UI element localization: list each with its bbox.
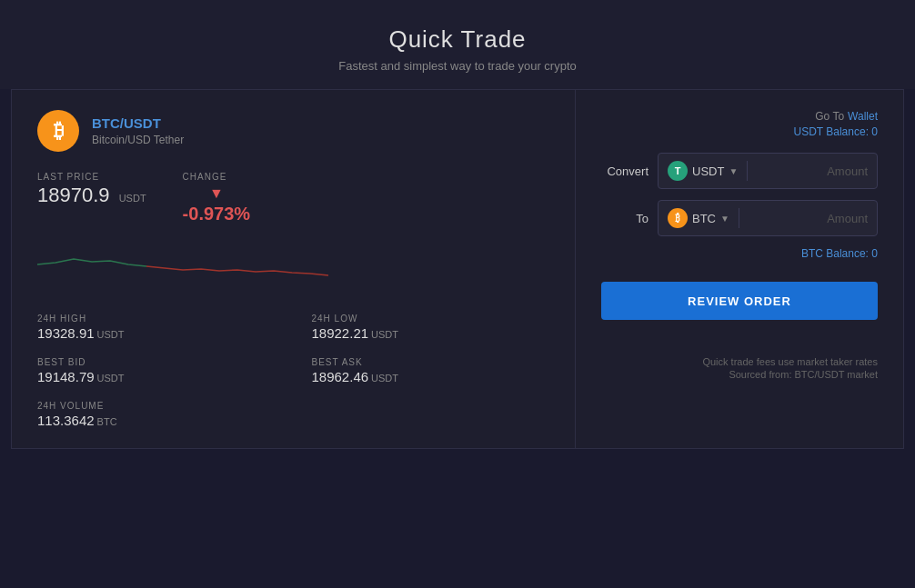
fees-note: Quick trade fees use market taker rates … [601, 356, 878, 380]
review-order-button[interactable]: REVIEW ORDER [601, 282, 878, 320]
btc-logo-icon: ₿ [37, 110, 79, 152]
stat-best-bid: BEST BID 19148.79USDT [37, 357, 276, 384]
bottom-stats: 24H HIGH 19328.91USDT 24H LOW 18922.21US… [37, 314, 549, 428]
page-subtitle: Fastest and simplest way to trade your c… [0, 59, 915, 73]
change-label: CHANGE [183, 172, 251, 182]
sparkline-chart [37, 239, 549, 294]
btc-small-icon: ₿ [668, 208, 688, 228]
change-block: CHANGE ▼ -0.973% [183, 172, 251, 224]
wallet-link[interactable]: Wallet [848, 110, 878, 123]
to-dropdown-icon: ▼ [720, 214, 729, 224]
last-price-value: 18970.9 USDT [37, 184, 146, 207]
usdt-balance-value: 0 [871, 125, 878, 138]
from-currency-input[interactable]: T USDT ▼ Amount [658, 153, 878, 189]
btc-balance-value: 0 [871, 247, 878, 260]
change-pct: -0.973% [183, 204, 251, 224]
from-currency-name: USDT [692, 164, 724, 178]
btc-balance-label: BTC Balance: [801, 247, 869, 260]
stat-best-ask: BEST ASK 18962.46USDT [312, 357, 550, 384]
to-label: To [601, 212, 649, 225]
from-dropdown-icon: ▼ [729, 166, 738, 176]
stat-24h-volume: 24H VOLUME 113.3642BTC [37, 401, 276, 428]
to-row: To ₿ BTC ▼ Amount [601, 200, 878, 236]
coin-header: ₿ BTC/USDT Bitcoin/USD Tether [37, 110, 549, 152]
from-currency-selector[interactable]: T USDT ▼ [668, 161, 748, 181]
to-amount-placeholder[interactable]: Amount [747, 212, 868, 225]
convert-row: Convert T USDT ▼ Amount [601, 153, 878, 189]
tether-icon: T [668, 161, 688, 181]
last-price-label: LAST PRICE [37, 172, 146, 182]
btc-balance-row: BTC Balance: 0 [601, 247, 878, 260]
stat-24h-low: 24H LOW 18922.21USDT [312, 314, 550, 341]
source-line: Sourced from: BTC/USDT market [601, 369, 878, 380]
to-currency-input[interactable]: ₿ BTC ▼ Amount [658, 200, 878, 236]
stat-24h-high: 24H HIGH 19328.91USDT [37, 314, 276, 341]
convert-label: Convert [601, 164, 649, 178]
to-currency-name: BTC [692, 212, 716, 225]
go-to-label: Go To [815, 110, 844, 123]
wallet-link-row: Go To Wallet [601, 110, 878, 123]
usdt-balance-row: USDT Balance: 0 [601, 125, 878, 138]
usdt-balance-label: USDT Balance: [793, 125, 868, 138]
fees-line: Quick trade fees use market taker rates [601, 356, 878, 367]
page-title: Quick Trade [0, 25, 915, 54]
coin-info: BTC/USDT Bitcoin/USD Tether [92, 115, 184, 146]
to-currency-selector[interactable]: ₿ BTC ▼ [668, 208, 739, 228]
change-arrow-icon: ▼ [183, 185, 251, 202]
last-price-block: LAST PRICE 18970.9 USDT [37, 172, 146, 224]
coin-pair-link[interactable]: BTC/USDT [92, 115, 161, 131]
from-amount-placeholder[interactable]: Amount [755, 164, 868, 178]
coin-full-name: Bitcoin/USD Tether [92, 134, 184, 146]
trade-panel: Go To Wallet USDT Balance: 0 Convert T U… [576, 90, 903, 448]
